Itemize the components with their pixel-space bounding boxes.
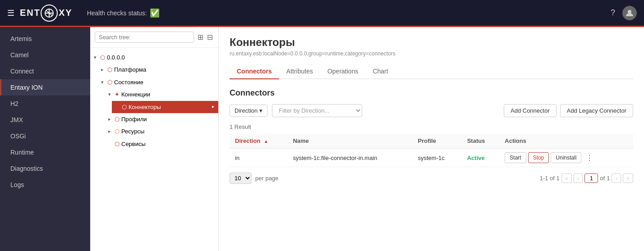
tree-icon-connections: ✦ bbox=[115, 89, 120, 100]
page-number-input[interactable] bbox=[584, 173, 598, 183]
tree-label-resources: Ресурсы bbox=[121, 126, 144, 137]
tab-operations[interactable]: Operations bbox=[320, 64, 365, 79]
tree-node-services: ⬡ Сервисы bbox=[105, 138, 218, 150]
tree-node-root: ▾ ⬡ 0.0.0.0 ▸ ⬡ Платформа bbox=[90, 51, 218, 150]
tab-chart[interactable]: Chart bbox=[365, 64, 395, 79]
tree-node-profiles: ▸ ⬡ Профили bbox=[105, 113, 218, 125]
tree-arrow-root: ▾ bbox=[94, 53, 100, 62]
tree-row-resources[interactable]: ▸ ⬡ Ресурсы bbox=[105, 125, 218, 137]
expand-all-icon[interactable]: ⊞ bbox=[197, 32, 204, 42]
svg-point-4 bbox=[628, 10, 631, 14]
sidebar-item-runtime[interactable]: Runtime bbox=[0, 144, 90, 160]
sidebar-item-h2[interactable]: H2 bbox=[0, 96, 90, 112]
tree-connectors-arrow-right: ▸ bbox=[212, 102, 215, 111]
topbar-right: ? bbox=[611, 6, 637, 20]
tree-content: ▾ ⬡ 0.0.0.0 ▸ ⬡ Платформа bbox=[90, 48, 218, 251]
sort-arrow-direction: ▲ bbox=[264, 139, 268, 144]
cell-actions: Start Stop Uninstall ⋮ bbox=[499, 148, 633, 167]
page-last-button[interactable]: » bbox=[623, 173, 633, 183]
main-layout: Artemis Camel Connect Entaxy ION H2 JMX … bbox=[0, 27, 644, 251]
status-badge: Active bbox=[467, 155, 485, 161]
tree-icon-connectors: ⬡ bbox=[122, 102, 127, 112]
tree-label-services: Сервисы bbox=[121, 139, 146, 149]
topbar: ☰ ENT XY Health checks status: ✅ ? bbox=[0, 0, 644, 27]
add-connector-button[interactable]: Add Connector bbox=[504, 104, 557, 117]
per-page-label: per page bbox=[255, 175, 278, 182]
col-name: Name bbox=[287, 134, 412, 148]
sidebar-item-diagnostics[interactable]: Diagnostics bbox=[0, 160, 90, 177]
tree-node-connectors: ⬡ Коннекторы ▸ bbox=[112, 101, 218, 113]
sidebar-item-entaxy-ion[interactable]: Entaxy ION bbox=[0, 79, 90, 96]
collapse-all-icon[interactable]: ⊟ bbox=[206, 32, 214, 42]
health-status: Health checks status: ✅ bbox=[87, 8, 160, 18]
cell-name: system-1c.file-connector-in.main bbox=[287, 148, 412, 167]
pagination-bar: 10 per page 1-1 of 1 « ‹ of 1 › » bbox=[230, 173, 633, 184]
tree-row-connectors[interactable]: ⬡ Коннекторы ▸ bbox=[112, 101, 218, 113]
table-row: in system-1c.file-connector-in.main syst… bbox=[230, 148, 633, 167]
tree-search-icons: ⊞ ⊟ bbox=[197, 32, 214, 42]
direction-filter-select[interactable]: Filter by Direction... bbox=[272, 104, 362, 117]
sidebar-item-camel[interactable]: Camel bbox=[0, 47, 90, 63]
tree-children-state: ▾ ✦ Коннекции bbox=[97, 88, 218, 150]
per-page-select[interactable]: 10 bbox=[230, 173, 252, 184]
sidebar-item-artemis[interactable]: Artemis bbox=[0, 31, 90, 47]
tree-row-root[interactable]: ▾ ⬡ 0.0.0.0 bbox=[90, 51, 218, 64]
help-icon[interactable]: ? bbox=[611, 8, 615, 18]
tree-arrow-connections: ▾ bbox=[108, 90, 115, 99]
uninstall-button[interactable]: Uninstall bbox=[551, 152, 581, 163]
tab-connectors[interactable]: Connectors bbox=[230, 64, 279, 79]
section-title: Connectors bbox=[230, 88, 633, 98]
sidebar-item-connect[interactable]: Connect bbox=[0, 63, 90, 79]
page-total: 1 bbox=[607, 175, 610, 182]
tree-icon-resources: ⬡ bbox=[115, 126, 120, 137]
tree-label-connectors: Коннекторы bbox=[129, 102, 161, 112]
start-button[interactable]: Start bbox=[505, 152, 526, 163]
cell-status: Active bbox=[462, 148, 500, 167]
page-next-button[interactable]: › bbox=[612, 173, 621, 183]
page-title: Коннекторы bbox=[230, 36, 633, 49]
topbar-left: ☰ ENT XY Health checks status: ✅ bbox=[7, 5, 160, 22]
tree-search-input[interactable] bbox=[95, 32, 194, 43]
filter-bar: Direction ▾ Filter by Direction... Add C… bbox=[230, 104, 633, 117]
logo: ENT XY bbox=[20, 5, 73, 22]
sidebar: Artemis Camel Connect Entaxy ION H2 JMX … bbox=[0, 27, 90, 251]
tree-label-platform: Платформа bbox=[114, 64, 146, 75]
hamburger-menu-icon[interactable]: ☰ bbox=[7, 8, 14, 18]
stop-button[interactable]: Stop bbox=[528, 152, 549, 163]
tree-row-platform[interactable]: ▸ ⬡ Платформа bbox=[97, 64, 218, 76]
col-status: Status bbox=[462, 134, 500, 148]
connectors-table: Direction ▲ Name Profile Status Actions … bbox=[230, 134, 633, 167]
more-options-icon[interactable]: ⋮ bbox=[583, 153, 596, 163]
tree-label-root: 0.0.0.0 bbox=[107, 52, 125, 63]
user-avatar[interactable] bbox=[622, 6, 637, 20]
tab-bar: Connectors Attributes Operations Chart bbox=[230, 64, 633, 79]
tree-label-profiles: Профили bbox=[121, 114, 147, 124]
tree-row-services[interactable]: ⬡ Сервисы bbox=[105, 138, 218, 150]
col-actions: Actions bbox=[499, 134, 633, 148]
tree-icon-platform: ⬡ bbox=[107, 64, 112, 75]
health-check-icon: ✅ bbox=[150, 8, 160, 18]
tree-arrow-resources: ▸ bbox=[108, 127, 115, 136]
sidebar-item-logs[interactable]: Logs bbox=[0, 177, 90, 193]
direction-filter-dropdown[interactable]: Direction ▾ bbox=[230, 105, 267, 117]
sidebar-item-osgi[interactable]: OSGi bbox=[0, 128, 90, 144]
add-legacy-connector-button[interactable]: Add Legacy Connector bbox=[560, 104, 633, 117]
tree-label-state: Состояние bbox=[114, 77, 143, 87]
sidebar-item-jmx[interactable]: JMX bbox=[0, 112, 90, 128]
cell-direction: in bbox=[230, 148, 287, 167]
page-prev-button[interactable]: ‹ bbox=[574, 173, 583, 183]
page-of-label: of bbox=[600, 175, 605, 182]
action-buttons: Add Connector Add Legacy Connector bbox=[504, 104, 633, 117]
tree-node-platform: ▸ ⬡ Платформа bbox=[97, 64, 218, 76]
table-header: Direction ▲ Name Profile Status Actions bbox=[230, 134, 633, 148]
tab-attributes[interactable]: Attributes bbox=[279, 64, 320, 79]
tree-row-profiles[interactable]: ▸ ⬡ Профили bbox=[105, 113, 218, 125]
tree-label-connections: Коннекции bbox=[121, 89, 150, 100]
tree-row-connections[interactable]: ▾ ✦ Коннекции bbox=[105, 88, 218, 100]
col-profile: Profile bbox=[412, 134, 461, 148]
col-direction[interactable]: Direction ▲ bbox=[230, 134, 287, 148]
tree-row-state[interactable]: ▾ ⬡ Состояние bbox=[97, 76, 218, 88]
cell-profile: system-1c bbox=[412, 148, 461, 167]
page-first-button[interactable]: « bbox=[561, 173, 572, 183]
tree-node-connections: ▾ ✦ Коннекции bbox=[105, 88, 218, 113]
